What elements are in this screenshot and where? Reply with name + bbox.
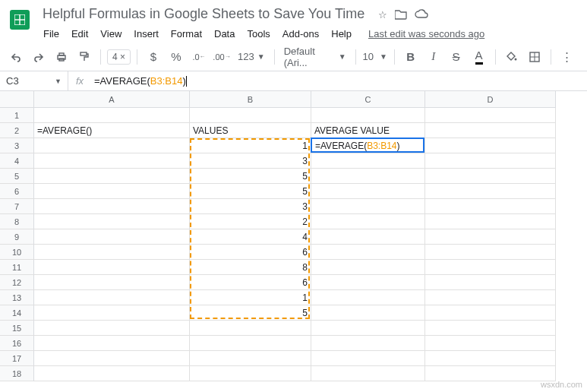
cell[interactable] — [34, 138, 190, 153]
cell[interactable] — [425, 260, 556, 275]
cell[interactable] — [311, 336, 425, 351]
cell[interactable] — [311, 184, 425, 199]
cell[interactable] — [425, 275, 556, 290]
number-format-dropdown[interactable]: 123▼ — [235, 51, 268, 62]
cell[interactable] — [34, 184, 190, 199]
row-header[interactable]: 18 — [0, 366, 34, 381]
menu-edit[interactable]: Edit — [66, 25, 93, 43]
bold-button[interactable]: B — [401, 47, 421, 67]
percent-button[interactable]: % — [166, 47, 186, 67]
font-dropdown[interactable]: Default (Ari...▼ — [281, 46, 349, 68]
more-toolbar-button[interactable]: ⋮ — [557, 47, 577, 67]
cell[interactable] — [34, 153, 190, 169]
row-header[interactable]: 15 — [0, 321, 34, 336]
select-all-corner[interactable] — [0, 91, 34, 108]
font-size-dropdown[interactable]: 10▼ — [362, 51, 388, 62]
cell[interactable] — [425, 366, 556, 381]
cell[interactable]: VALUES — [190, 123, 311, 138]
undo-button[interactable] — [6, 47, 26, 67]
row-header[interactable]: 1 — [0, 108, 34, 123]
print-button[interactable] — [52, 47, 71, 67]
cell[interactable]: AVERAGE VALUE — [311, 123, 425, 138]
cell[interactable] — [34, 336, 190, 351]
menu-file[interactable]: File — [38, 25, 65, 43]
cell[interactable] — [311, 229, 425, 245]
cell[interactable] — [425, 108, 556, 123]
move-icon[interactable] — [395, 9, 407, 22]
cell[interactable] — [425, 336, 556, 351]
cell[interactable] — [425, 290, 556, 305]
menu-insert[interactable]: Insert — [128, 25, 164, 43]
increase-decimal-button[interactable]: .00→ — [212, 47, 232, 67]
cell[interactable] — [425, 351, 556, 366]
cell[interactable] — [34, 214, 190, 229]
cell[interactable] — [311, 305, 425, 321]
cell[interactable] — [311, 321, 425, 336]
row-header[interactable]: 17 — [0, 351, 34, 366]
column-header[interactable]: B — [190, 91, 311, 108]
cell[interactable] — [311, 275, 425, 290]
cell[interactable] — [425, 184, 556, 199]
cell[interactable] — [190, 366, 311, 381]
cell[interactable] — [34, 199, 190, 214]
decrease-decimal-button[interactable]: .0← — [189, 47, 209, 67]
cell[interactable] — [311, 214, 425, 229]
cell[interactable] — [425, 321, 556, 336]
row-header[interactable]: 6 — [0, 184, 34, 199]
cell[interactable] — [425, 169, 556, 184]
cell[interactable] — [190, 336, 311, 351]
cell[interactable] — [190, 108, 311, 123]
borders-button[interactable] — [525, 47, 544, 67]
star-icon[interactable]: ☆ — [378, 9, 387, 22]
row-header[interactable]: 13 — [0, 290, 34, 305]
cell[interactable] — [425, 123, 556, 138]
cell[interactable]: 4 — [190, 229, 311, 245]
cell[interactable] — [311, 199, 425, 214]
cell[interactable] — [311, 108, 425, 123]
cell[interactable] — [34, 351, 190, 366]
cell[interactable]: 1 — [190, 290, 311, 305]
row-header[interactable]: 3 — [0, 138, 34, 153]
fill-color-button[interactable] — [502, 47, 522, 67]
menu-format[interactable]: Format — [166, 25, 207, 43]
cell[interactable] — [311, 245, 425, 260]
cell[interactable]: 5 — [190, 305, 311, 321]
row-header[interactable]: 9 — [0, 229, 34, 245]
cell[interactable]: 3 — [190, 153, 311, 169]
paint-format-button[interactable] — [74, 47, 94, 67]
cell[interactable]: 6 — [190, 275, 311, 290]
cell[interactable] — [425, 153, 556, 169]
cell[interactable]: 5 — [190, 184, 311, 199]
row-header[interactable]: 7 — [0, 199, 34, 214]
sheets-logo[interactable] — [5, 5, 35, 35]
menu-addons[interactable]: Add-ons — [277, 25, 324, 43]
row-header[interactable]: 12 — [0, 275, 34, 290]
cell[interactable] — [311, 260, 425, 275]
menu-tools[interactable]: Tools — [241, 25, 275, 43]
document-title[interactable]: Helpful Formulas in Google Sheets to Sav… — [38, 5, 369, 24]
cell[interactable]: 2 — [190, 214, 311, 229]
row-header[interactable]: 14 — [0, 305, 34, 321]
cell[interactable] — [425, 305, 556, 321]
cell[interactable]: 1 — [190, 138, 311, 153]
cell[interactable] — [34, 321, 190, 336]
column-header[interactable]: C — [311, 91, 425, 108]
cell[interactable] — [311, 169, 425, 184]
redo-button[interactable] — [29, 47, 49, 67]
cell[interactable] — [34, 169, 190, 184]
cloud-status-icon[interactable] — [415, 9, 428, 22]
row-header[interactable]: 2 — [0, 123, 34, 138]
cell[interactable] — [34, 275, 190, 290]
menu-view[interactable]: View — [95, 25, 127, 43]
cell[interactable] — [425, 229, 556, 245]
cell[interactable] — [34, 108, 190, 123]
name-box[interactable]: C3▼ — [0, 71, 68, 90]
last-edit-link[interactable]: Last edit was seconds ago — [363, 25, 490, 43]
cell[interactable]: 5 — [190, 169, 311, 184]
row-header[interactable]: 4 — [0, 153, 34, 169]
italic-button[interactable]: I — [424, 47, 443, 67]
cell[interactable] — [34, 305, 190, 321]
cell[interactable] — [34, 366, 190, 381]
row-header[interactable]: 10 — [0, 245, 34, 260]
cell[interactable] — [34, 245, 190, 260]
